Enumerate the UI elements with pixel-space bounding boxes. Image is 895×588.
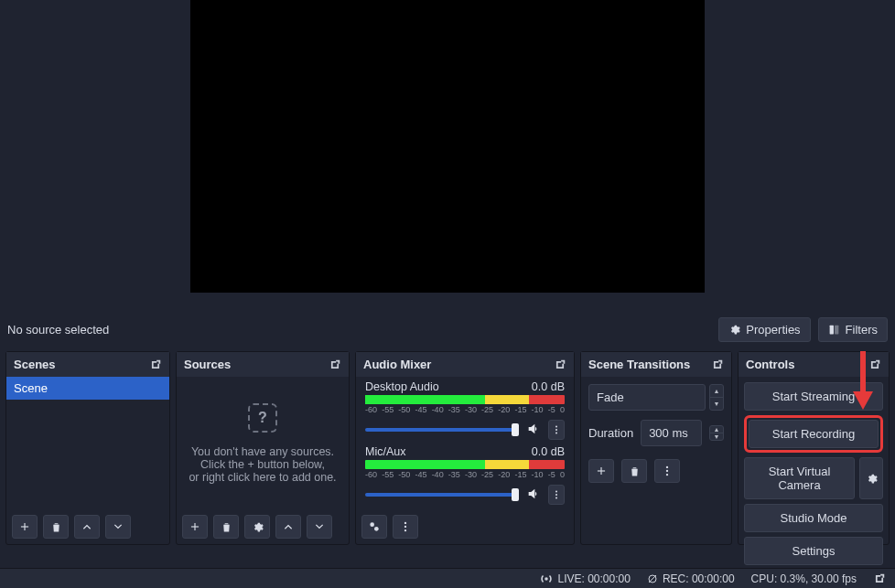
filters-label: Filters — [846, 323, 878, 337]
gear-icon — [252, 521, 264, 533]
preview-canvas[interactable] — [190, 0, 705, 293]
start-recording-button[interactable]: Start Recording — [749, 420, 879, 448]
svg-point-7 — [555, 497, 557, 499]
speaker-icon[interactable] — [526, 422, 541, 439]
sources-empty-line: or right click here to add one. — [189, 471, 336, 484]
source-down-button[interactable] — [307, 515, 332, 539]
filters-button[interactable]: Filters — [818, 317, 888, 342]
question-icon: ? — [248, 403, 277, 433]
mixer-menu-button[interactable] — [393, 515, 418, 539]
virtual-camera-settings-button[interactable] — [859, 457, 883, 499]
audio-mixer-title: Audio Mixer — [363, 358, 431, 371]
remove-source-button[interactable] — [213, 515, 239, 539]
speaker-icon[interactable] — [526, 486, 541, 504]
mixer-channel: Mic/Aux0.0 dB-60-55-50-45-40-35-30-25-20… — [356, 442, 574, 507]
dots-vertical-icon — [661, 465, 674, 477]
filters-icon — [828, 324, 840, 336]
status-live-label: LIVE: 00:00:00 — [557, 572, 630, 585]
svg-rect-0 — [829, 326, 833, 335]
svg-point-3 — [555, 429, 557, 431]
vu-ticks: -60-55-50-45-40-35-30-25-20-15-10-50 — [365, 405, 565, 414]
svg-point-15 — [666, 474, 668, 476]
channel-db: 0.0 dB — [532, 380, 565, 393]
audio-mixer-dock: Audio Mixer Desktop Audio0.0 dB-60-55-50… — [355, 351, 575, 545]
duration-spinner[interactable]: ▲▼ — [709, 425, 724, 441]
svg-point-12 — [404, 529, 406, 531]
trash-icon — [221, 521, 232, 533]
transition-select[interactable]: Fade — [588, 384, 706, 411]
popout-icon[interactable] — [149, 358, 162, 371]
add-transition-button[interactable] — [588, 459, 614, 483]
sources-empty[interactable]: ? You don't have any sources. Click the … — [177, 377, 349, 509]
remove-scene-button[interactable] — [43, 515, 69, 539]
status-cpu-label: CPU: 0.3%, 30.00 fps — [751, 572, 857, 585]
annotation-highlight: Start Recording — [744, 415, 883, 453]
transition-select-spinner[interactable]: ▲▼ — [709, 384, 724, 411]
popout-icon[interactable] — [873, 572, 886, 585]
popout-icon[interactable] — [868, 358, 881, 371]
plus-icon — [595, 465, 608, 477]
chevron-down-icon — [112, 520, 124, 533]
chevron-up-icon — [81, 520, 93, 533]
gears-icon — [368, 520, 381, 533]
source-settings-button[interactable] — [244, 515, 270, 539]
scene-down-button[interactable] — [105, 515, 131, 539]
sources-empty-line: You don't have any sources. — [191, 445, 334, 458]
start-virtual-camera-button[interactable]: Start Virtual Camera — [744, 457, 855, 499]
popout-icon[interactable] — [329, 358, 341, 371]
broadcast-icon — [540, 572, 553, 585]
transition-selected-label: Fade — [597, 390, 624, 404]
chevron-up-icon — [282, 520, 295, 533]
svg-point-9 — [374, 527, 379, 531]
svg-point-4 — [555, 433, 557, 434]
status-live: LIVE: 00:00:00 — [540, 572, 630, 585]
vu-meter — [365, 460, 565, 469]
svg-point-11 — [404, 526, 406, 528]
start-streaming-button[interactable]: Start Streaming — [744, 382, 883, 411]
popout-icon[interactable] — [554, 358, 566, 371]
transition-menu-button[interactable] — [654, 459, 680, 483]
svg-rect-1 — [835, 326, 838, 335]
source-up-button[interactable] — [275, 515, 301, 539]
duration-input[interactable]: 300 ms — [641, 420, 702, 446]
dots-vertical-icon — [399, 520, 412, 533]
svg-point-14 — [666, 470, 668, 472]
volume-slider[interactable] — [365, 428, 519, 432]
svg-point-2 — [555, 426, 557, 428]
record-off-icon — [647, 573, 658, 584]
controls-title: Controls — [746, 358, 794, 371]
status-rec: REC: 00:00:00 — [647, 572, 735, 585]
duration-value: 300 ms — [649, 426, 688, 440]
volume-slider[interactable] — [365, 493, 519, 497]
no-source-label: No source selected — [7, 323, 109, 337]
scene-transitions-title: Scene Transitions — [588, 358, 690, 371]
gear-icon — [866, 473, 878, 485]
add-scene-button[interactable] — [12, 515, 38, 539]
scenes-dock: Scenes Scene — [5, 351, 170, 545]
channel-menu-button[interactable] — [548, 485, 565, 505]
properties-button[interactable]: Properties — [718, 317, 810, 342]
scene-item[interactable]: Scene — [6, 377, 169, 400]
svg-point-8 — [370, 522, 374, 527]
mixer-advanced-button[interactable] — [361, 515, 387, 539]
status-bar: LIVE: 00:00:00 REC: 00:00:00 CPU: 0.3%, … — [0, 568, 895, 588]
scene-up-button[interactable] — [74, 515, 100, 539]
channel-db: 0.0 dB — [532, 445, 565, 458]
trash-icon — [629, 465, 641, 477]
settings-button[interactable]: Settings — [744, 537, 883, 565]
scenes-title: Scenes — [14, 358, 56, 371]
channel-menu-button[interactable] — [548, 420, 565, 440]
channel-name: Desktop Audio — [365, 380, 439, 393]
popout-icon[interactable] — [711, 358, 724, 371]
controls-dock: Controls Start Streaming Start Recording… — [738, 351, 890, 545]
svg-point-5 — [555, 491, 557, 493]
plus-icon — [189, 520, 201, 533]
add-source-button[interactable] — [182, 515, 208, 539]
remove-transition-button[interactable] — [621, 459, 647, 483]
svg-point-10 — [404, 522, 406, 524]
status-rec-label: REC: 00:00:00 — [663, 572, 735, 585]
plus-icon — [18, 520, 31, 533]
studio-mode-button[interactable]: Studio Mode — [744, 504, 883, 532]
sources-title: Sources — [184, 358, 231, 371]
chevron-down-icon — [313, 520, 326, 533]
